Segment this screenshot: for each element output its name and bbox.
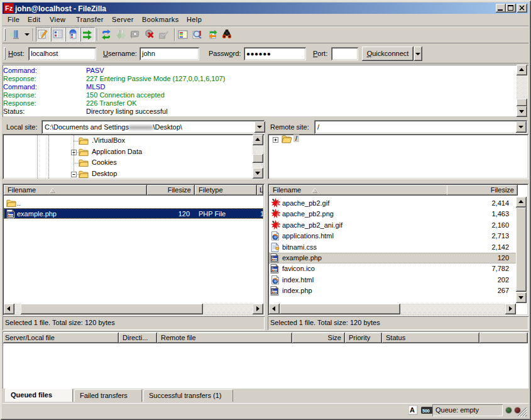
svg-text:A: A [410,406,415,414]
svg-text:500: 500 [422,409,430,413]
svg-text:Fz: Fz [5,4,13,12]
